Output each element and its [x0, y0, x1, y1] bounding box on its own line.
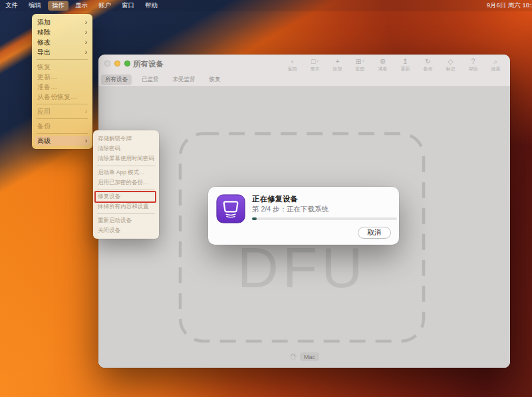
tab-recovery[interactable]: 恢复 — [205, 74, 225, 85]
menubar-item-account[interactable]: 账户 — [94, 1, 115, 11]
toolbar-blueprints-button[interactable]: ⊞˅ 蓝图 — [351, 57, 369, 72]
close-window-button[interactable] — [104, 61, 110, 66]
window-toolbar: ‹ 返回 □˅ 显示 + 添加 ⊞˅ 蓝图 ⚙ 准备 ↥ 更新 — [283, 57, 505, 72]
activity-spinner-icon — [289, 353, 297, 360]
toolbar-label: 显示 — [311, 66, 320, 72]
tag-diamond-icon: ◇ — [448, 57, 453, 65]
menu-item-label: 高级 — [37, 136, 51, 146]
menu-item-modify[interactable]: 修改› — [32, 37, 92, 47]
repair-progress-fill — [252, 217, 257, 220]
toolbar-tag-button[interactable]: ◇ 标记 — [442, 57, 460, 72]
tab-unsupervised[interactable]: 未受监督 — [169, 74, 200, 85]
toolbar-add-button[interactable]: + 添加 — [329, 57, 346, 72]
configurator-app-icon — [216, 194, 245, 223]
menu-bar: 文件 编辑 操作 显示 账户 窗口 帮助 9月6日 周六 18:1 — [0, 0, 532, 11]
submenu-item-shutdown-device: 关闭设备 — [93, 225, 159, 235]
cancel-button[interactable]: 取消 — [358, 227, 391, 239]
tab-all-devices[interactable]: 所有设备 — [101, 74, 132, 85]
menu-separator — [37, 104, 88, 104]
toolbar-prepare-button[interactable]: ⚙ 准备 — [374, 57, 392, 72]
menubar-item-actions[interactable]: 操作 — [48, 1, 68, 11]
menu-item-label: 导出 — [37, 48, 51, 57]
toolbar-update-button[interactable]: ↥ 更新 — [396, 57, 414, 72]
tab-supervised[interactable]: 已监督 — [138, 74, 163, 85]
toolbar-label: 备份 — [424, 66, 433, 72]
menu-item-label: 启动单 App 模式… — [98, 169, 145, 177]
toolbar-back-button[interactable]: ‹ 返回 — [283, 57, 301, 72]
menu-separator — [37, 133, 88, 134]
advanced-submenu: 存储解锁令牌 清除密码 清除屏幕使用时间密码 启动单 App 模式… 启用已加密… — [93, 130, 159, 239]
menubar-item-edit[interactable]: 编辑 — [25, 1, 45, 11]
window-titlebar: 所有设备 ‹ 返回 □˅ 显示 + 添加 ⊞˅ 蓝图 ⚙ 准备 — [98, 55, 510, 73]
menu-item-export[interactable]: 导出› — [32, 47, 92, 57]
toolbar-label: 蓝图 — [356, 66, 365, 72]
toolbar-label: 返回 — [288, 66, 297, 72]
configurator-window: 所有设备 ‹ 返回 □˅ 显示 + 添加 ⊞˅ 蓝图 ⚙ 准备 — [98, 55, 510, 368]
menu-item-label: 清除密码 — [98, 145, 120, 153]
menu-item-label: 从备份恢复… — [37, 92, 77, 102]
zoom-window-button[interactable] — [124, 61, 130, 66]
toolbar-view-button[interactable]: □˅ 显示 — [306, 57, 324, 72]
menu-item-label: 抹掉所有内容和设置 — [98, 203, 149, 211]
toolbar-label: 标记 — [446, 66, 456, 72]
menu-item-label: 重新启动设备 — [98, 217, 132, 225]
submenu-item-restart-device: 重新启动设备 — [93, 215, 159, 225]
magnifier-icon: ⌕ — [494, 57, 498, 65]
minimize-window-button[interactable] — [114, 61, 120, 66]
menu-item-advanced[interactable]: 高级› — [35, 136, 90, 146]
menu-item-restore-from-backup: 从备份恢复… — [32, 92, 92, 102]
submenu-item-clear-passcode: 清除密码 — [93, 144, 159, 154]
menu-item-restore: 恢复 — [32, 62, 92, 72]
menu-separator — [97, 166, 155, 166]
menu-item-backup: 备份 — [32, 121, 92, 131]
submenu-arrow-icon: › — [85, 19, 87, 26]
submenu-item-clear-screentime-passcode: 清除屏幕使用时间密码 — [93, 154, 159, 164]
submenu-arrow-icon: › — [85, 138, 87, 144]
plus-icon: + — [335, 57, 339, 65]
submenu-arrow-icon: › — [85, 39, 87, 46]
repair-progress-dialog: 正在修复设备 第 2/4 步：正在下载系统 取消 — [208, 187, 399, 245]
menu-item-remove[interactable]: 移除› — [32, 27, 92, 37]
blueprints-icon: ⊞˅ — [356, 57, 364, 65]
menu-separator — [97, 190, 155, 190]
device-name-chip: Mac — [300, 352, 319, 361]
submenu-item-erase-all-content: 抹掉所有内容和设置 — [93, 201, 159, 211]
menu-item-label: 准备… — [37, 82, 57, 92]
actions-menu: 添加› 移除› 修改› 导出› 恢复 更新… 准备… 从备份恢复… 应用› 备份… — [32, 14, 92, 149]
toolbar-label: 更新 — [401, 66, 410, 72]
menu-item-label: 添加 — [37, 18, 51, 27]
toolbar-backup-button[interactable]: ↻ 备份 — [419, 57, 437, 72]
menu-item-add[interactable]: 添加› — [32, 17, 92, 27]
menu-item-label: 修改 — [37, 38, 51, 47]
toolbar-label: 搜索 — [491, 66, 501, 72]
menubar-item-view[interactable]: 显示 — [71, 1, 92, 11]
submenu-item-single-app-mode: 启动单 App 模式… — [93, 168, 159, 178]
menu-item-label: 更新… — [37, 72, 57, 82]
back-chevron-icon: ‹ — [291, 57, 294, 65]
repair-progress-bar — [252, 217, 397, 220]
menu-separator — [37, 59, 88, 60]
menubar-item-window[interactable]: 窗口 — [118, 1, 138, 11]
menu-item-label: 应用 — [37, 107, 51, 116]
annotation-highlight-box — [94, 191, 156, 203]
menu-item-prepare: 准备… — [32, 82, 92, 92]
filter-tabstrip: 所有设备 已监督 未受监督 恢复 — [98, 73, 510, 87]
window-title: 所有设备 — [133, 59, 164, 69]
menu-item-update: 更新… — [32, 72, 92, 82]
menubar-item-file[interactable]: 文件 — [1, 1, 22, 11]
submenu-arrow-icon: › — [85, 49, 87, 56]
menu-item-label: 移除 — [37, 28, 51, 37]
dialog-step-text: 第 2/4 步：正在下载系统 — [252, 205, 329, 214]
menubar-clock: 9月6日 周六 18:1 — [487, 0, 532, 11]
menubar-item-help[interactable]: 帮助 — [141, 1, 162, 11]
menu-separator — [37, 118, 88, 119]
menu-item-apply: 应用› — [32, 106, 92, 116]
menu-item-label: 启用已加密的备份… — [98, 179, 149, 187]
submenu-item-store-unlock-token: 存储解锁令牌 — [93, 134, 159, 144]
dfu-placeholder-text: DFU — [178, 239, 426, 296]
toolbar-help-button[interactable]: ? 帮助 — [464, 57, 482, 72]
menu-item-label: 存储解锁令牌 — [98, 135, 132, 143]
menu-item-label: 备份 — [37, 122, 51, 131]
question-icon: ? — [471, 57, 475, 65]
toolbar-search-button[interactable]: ⌕ 搜索 — [487, 57, 505, 72]
